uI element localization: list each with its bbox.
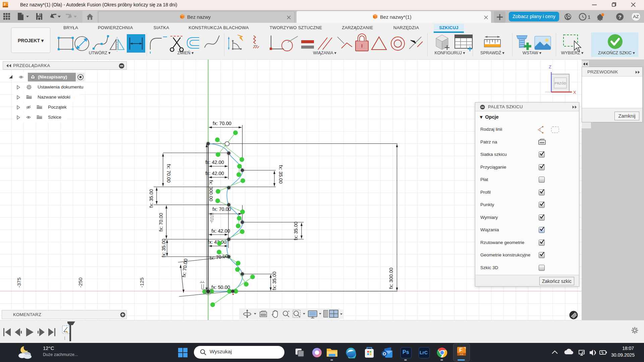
svg-text:?: ?: [618, 14, 621, 20]
svg-text:fx: 42.00: fx: 42.00: [205, 160, 224, 165]
svg-text:O: O: [383, 351, 386, 356]
svg-text:fx: 42.00: fx: 42.00: [211, 228, 230, 234]
svg-text:AZ: AZ: [633, 14, 639, 19]
svg-text:fx: 70.00: fx: 70.00: [158, 213, 164, 232]
svg-text:F: F: [459, 347, 463, 353]
svg-text:FUS: FUS: [460, 353, 464, 355]
svg-text:PRZÓD: PRZÓD: [554, 81, 566, 85]
svg-text:fx: 300.00: fx: 300.00: [388, 267, 394, 289]
svg-text:fx: 70.00: fx: 70.00: [209, 253, 228, 261]
svg-text:fx: 35.00: fx: 35.00: [272, 272, 277, 290]
svg-text:-250: -250: [77, 278, 83, 288]
svg-text:fx: 35.00: fx: 35.00: [161, 239, 166, 257]
svg-text:1: 1: [588, 14, 590, 20]
svg-text:fx: 70.00: fx: 70.00: [213, 121, 231, 126]
svg-text:fx: 50.00: fx: 50.00: [211, 285, 230, 290]
svg-text:-375: -375: [16, 278, 22, 288]
svg-text:fx: 70.00: fx: 70.00: [181, 258, 189, 278]
svg-text:F: F: [4, 2, 6, 6]
svg-text:-125: -125: [139, 278, 145, 288]
svg-text:fx: 35.00: fx: 35.00: [149, 189, 154, 208]
svg-text:X: X: [573, 90, 576, 95]
svg-text:Z: Z: [549, 64, 551, 69]
svg-text:fx: 35.00: fx: 35.00: [293, 222, 299, 240]
svg-text:fx: 35.00: fx: 35.00: [278, 165, 283, 184]
svg-text:fx: 300.00: fx: 300.00: [208, 180, 214, 201]
svg-text:fx: 70.00: fx: 70.00: [166, 164, 171, 183]
svg-text:fx: 42.00: fx: 42.00: [208, 239, 226, 245]
svg-text:fx: 42.00: fx: 42.00: [205, 171, 224, 176]
